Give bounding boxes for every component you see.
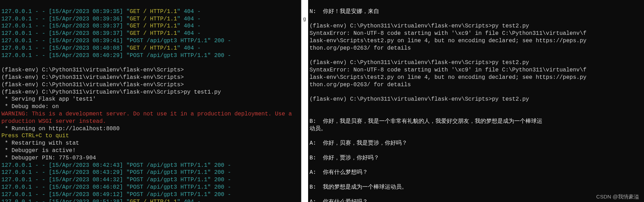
prompt: (flask-env) C:\Python311\virtualenv\flas… — [310, 59, 529, 66]
request: POST /api/gpt3 HTTP/1.1 — [130, 191, 208, 198]
status: " 404 - — [177, 199, 200, 202]
error-line: thon.org/pep-0263/ for details — [310, 82, 411, 88]
chat-line: B: 你好，贾涉，你好吗？ — [310, 155, 379, 161]
status: " 200 - — [208, 169, 231, 176]
request: GET / HTTP/1.1 — [130, 30, 177, 37]
chat-line: A: 你好，贝赛，我是贾涉，你好吗？ — [310, 140, 407, 146]
log-line: 127.0.0.1 - - [15/Apr/2023 08:42:43] " — [1, 162, 130, 169]
log-line: 127.0.0.1 - - [15/Apr/2023 08:46:02] " — [1, 184, 130, 190]
pane-divider[interactable] — [301, 0, 301, 202]
chat-line: 动员。 — [310, 126, 326, 132]
log-line: 127.0.0.1 - - [15/Apr/2023 08:39:35] " — [1, 8, 130, 15]
flask-pin: * Debugger PIN: 775-073-904 — [1, 155, 96, 161]
log-line: 127.0.0.1 - - [15/Apr/2023 08:43:29] " — [1, 169, 130, 176]
status: " 200 - — [208, 184, 231, 190]
status: " 404 - — [177, 8, 200, 15]
status: " 404 - — [177, 16, 200, 22]
status: " 404 - — [177, 30, 200, 37]
status: " 200 - — [208, 162, 231, 169]
request: GET / HTTP/1.1 — [130, 199, 177, 202]
status: " 200 - — [208, 38, 231, 44]
log-line: 127.0.0.1 - - [15/Apr/2023 08:49:12] " — [1, 191, 130, 198]
right-terminal[interactable]: N: 你好！我是安娜，来自 (flask-env) C:\Python311\v… — [308, 0, 644, 202]
log-line: 127.0.0.1 - - [15/Apr/2023 08:39:37] " — [1, 30, 130, 37]
request: POST /api/gpt3 HTTP/1.1 — [130, 169, 208, 176]
prompt: (flask-env) C:\Python311\virtualenv\flas… — [310, 23, 529, 29]
flask-warning: WARNING: This is a development server. D… — [1, 111, 300, 125]
error-line: thon.org/pep-0263/ for details — [310, 45, 411, 51]
chat-line: B: 我的梦想是成为一个棒球运动员。 — [310, 184, 407, 190]
prompt: (flask-env) C:\Python311\virtualenv\flas… — [310, 96, 529, 102]
request: GET / HTTP/1.1 — [130, 16, 177, 22]
prompt: (flask-env) C:\Python311\virtualenv\flas… — [1, 74, 184, 81]
log-line: 127.0.0.1 - - [15/Apr/2023 08:39:36] " — [1, 16, 130, 22]
error-line: lask-env\Scripts\test2.py on line 4, but… — [310, 38, 586, 44]
gap-char: g — [303, 16, 306, 21]
middle-gap: g — [301, 0, 308, 202]
request: POST /api/gpt3 HTTP/1.1 — [130, 184, 208, 190]
flask-debug: * Debug mode: on — [1, 103, 59, 110]
chat-line: A: 你有什么爱好吗？ — [310, 199, 368, 202]
request: GET / HTTP/1.1 — [130, 45, 177, 51]
flask-debugger-active: * Debugger is active! — [1, 147, 76, 154]
prompt: (flask-env) C:\Python311\virtualenv\flas… — [1, 89, 221, 95]
request: POST /api/gpt3 HTTP/1.1 — [130, 162, 208, 169]
log-line: 127.0.0.1 - - [15/Apr/2023 08:40:29] " — [1, 52, 130, 59]
status: " 200 - — [208, 177, 231, 183]
flask-running: * Running on http://localhost:8080 — [1, 126, 120, 132]
log-line: 127.0.0.1 - - [15/Apr/2023 08:44:32] " — [1, 177, 130, 183]
flask-serve: * Serving Flask app 'test1' — [1, 96, 96, 102]
log-line: 127.0.0.1 - - [15/Apr/2023 08:40:08] " — [1, 45, 130, 51]
status: " 200 - — [208, 52, 231, 59]
left-terminal[interactable]: 127.0.0.1 - - [15/Apr/2023 08:39:35] "GE… — [0, 0, 301, 202]
chat-line: B: 你好，我是贝赛，我是一个非常有礼貌的人，我爱好交朋友，我的梦想是成为一个棒… — [310, 118, 542, 125]
flask-ctrlc: Press CTRL+C to quit — [1, 133, 69, 139]
request: POST /api/gpt3 HTTP/1.1 — [130, 177, 208, 183]
log-line: 127.0.0.1 - - [15/Apr/2023 08:39:41] " — [1, 38, 130, 44]
chat-line: N: 你好！我是安娜，来自 — [310, 8, 379, 15]
watermark: CSDN @我情豪溢 — [596, 193, 639, 200]
error-line: lask-env\Scripts\test2.py on line 4, but… — [310, 74, 586, 81]
prompt: (flask-env) C:\Python311\virtualenv\flas… — [1, 67, 184, 73]
request: POST /api/gpt3 HTTP/1.1 — [130, 52, 208, 59]
flask-restart: * Restarting with stat — [1, 140, 79, 146]
status: " 404 - — [177, 45, 200, 51]
prompt: (flask-env) C:\Python311\virtualenv\flas… — [1, 82, 184, 88]
request: GET / HTTP/1.1 — [130, 23, 177, 29]
request: POST /api/gpt3 HTTP/1.1 — [130, 38, 208, 44]
log-line: 127.0.0.1 - - [15/Apr/2023 08:39:37] " — [1, 23, 130, 29]
chat-line: A: 你有什么梦想吗？ — [310, 169, 368, 176]
status: " 200 - — [208, 191, 231, 198]
request: GET / HTTP/1.1 — [130, 8, 177, 15]
error-line: SyntaxError: Non-UTF-8 code starting wit… — [310, 30, 586, 37]
log-line: 127.0.0.1 - - [15/Apr/2023 08:51:38] " — [1, 199, 130, 202]
status: " 404 - — [177, 23, 200, 29]
error-line: SyntaxError: Non-UTF-8 code starting wit… — [310, 67, 586, 73]
